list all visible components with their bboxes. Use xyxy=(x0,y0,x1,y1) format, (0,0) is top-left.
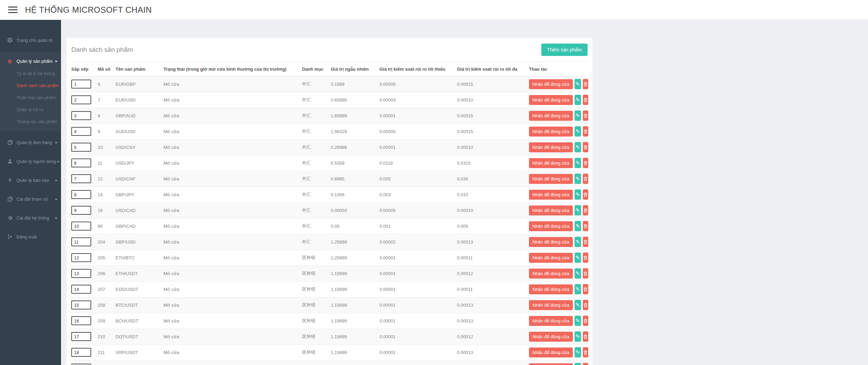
pencil-icon: ✎ xyxy=(576,333,580,340)
close-market-button[interactable]: Nhấn để đóng cửa xyxy=(529,190,573,200)
sidebar-item-parameter-settings[interactable]: Cài đặt tham số ▶ xyxy=(0,192,61,205)
delete-button[interactable] xyxy=(583,142,589,152)
sort-order-input[interactable] xyxy=(71,158,91,167)
sidebar-item-system-settings[interactable]: Cài đặt hệ thống ▶ xyxy=(0,211,61,224)
edit-button[interactable]: ✎ xyxy=(575,158,581,168)
delete-button[interactable] xyxy=(583,316,589,326)
delete-button[interactable] xyxy=(583,189,589,200)
sort-order-input[interactable] xyxy=(71,95,91,104)
page-title: Danh sách sản phẩm xyxy=(71,46,133,54)
close-market-button[interactable]: Nhấn để đóng cửa xyxy=(529,316,573,326)
delete-button[interactable] xyxy=(583,79,589,89)
close-market-button[interactable]: Nhấn để đóng cửa xyxy=(529,95,573,105)
product-name: GBP/JPY xyxy=(115,187,163,202)
close-market-button[interactable]: Nhấn để đóng cửa xyxy=(529,205,573,215)
trash-icon xyxy=(583,192,588,197)
sidebar-item-product-list[interactable]: Danh sách sản phẩm xyxy=(0,80,61,92)
sort-order-input[interactable] xyxy=(71,206,91,215)
delete-button[interactable] xyxy=(583,284,589,294)
close-market-button[interactable]: Nhấn để đóng cửa xyxy=(529,253,573,263)
sort-order-input[interactable] xyxy=(71,111,91,120)
edit-button[interactable]: ✎ xyxy=(575,95,581,105)
sidebar-item-report-management[interactable]: ¥ Quản lý báo cáo ▶ xyxy=(0,174,61,187)
edit-button[interactable]: ✎ xyxy=(575,284,581,294)
delete-button[interactable] xyxy=(583,174,589,184)
close-market-button[interactable]: Nhấn để đóng cửa xyxy=(529,158,573,168)
sort-order-input[interactable] xyxy=(71,174,91,183)
edit-button[interactable]: ✎ xyxy=(575,126,581,137)
sort-order-input[interactable] xyxy=(71,316,91,325)
edit-button[interactable]: ✎ xyxy=(575,347,581,357)
edit-button[interactable]: ✎ xyxy=(575,331,581,342)
edit-button[interactable]: ✎ xyxy=(575,142,581,152)
edit-button[interactable]: ✎ xyxy=(575,174,581,184)
sort-order-input[interactable] xyxy=(71,364,91,365)
sidebar-item-product-category[interactable]: Phân loại sản phẩm xyxy=(0,92,61,104)
edit-button[interactable]: ✎ xyxy=(575,79,581,89)
edit-button[interactable]: ✎ xyxy=(575,221,581,231)
edit-button[interactable]: ✎ xyxy=(575,189,581,200)
sort-order-input[interactable] xyxy=(71,143,91,152)
edit-button[interactable]: ✎ xyxy=(575,316,581,326)
close-market-button[interactable]: Nhấn để đóng cửa xyxy=(529,142,573,152)
close-market-button[interactable]: Nhấn để đóng cửa xyxy=(529,363,573,365)
close-market-button[interactable]: Nhấn để đóng cửa xyxy=(529,269,573,279)
sidebar-item-profit-loss-rate[interactable]: Tỷ lệ lãi lỗ hệ thống xyxy=(0,68,61,80)
sort-order-input[interactable] xyxy=(71,127,91,136)
hamburger-menu-icon[interactable] xyxy=(8,5,17,15)
row-actions: Nhấn để đóng cửa ✎ xyxy=(529,142,588,152)
close-market-button[interactable]: Nhấn để đóng cửa xyxy=(529,348,573,357)
edit-button[interactable]: ✎ xyxy=(575,110,581,121)
sort-order-input[interactable] xyxy=(71,301,91,309)
delete-button[interactable] xyxy=(583,347,589,357)
sort-order-input[interactable] xyxy=(71,222,91,231)
sort-order-input[interactable] xyxy=(71,269,91,278)
delete-button[interactable] xyxy=(583,158,589,168)
delete-button[interactable] xyxy=(583,221,589,231)
delete-button[interactable] xyxy=(583,268,589,279)
delete-button[interactable] xyxy=(583,331,589,342)
edit-button[interactable]: ✎ xyxy=(575,363,581,365)
add-product-button[interactable]: Thêm sản phẩm xyxy=(541,44,588,56)
row-actions: Nhấn để đóng cửa ✎ xyxy=(529,237,588,247)
sidebar-item-order-management[interactable]: Quản lý đơn hàng ▶ xyxy=(0,136,61,149)
close-market-button[interactable]: Nhấn để đóng cửa xyxy=(529,127,573,137)
delete-button[interactable] xyxy=(583,205,589,215)
edit-button[interactable]: ✎ xyxy=(575,252,581,263)
close-market-button[interactable]: Nhấn để đóng cửa xyxy=(529,221,573,231)
close-market-button[interactable]: Nhấn để đóng cửa xyxy=(529,332,573,342)
sort-order-input[interactable] xyxy=(71,190,91,199)
sort-order-input[interactable] xyxy=(71,285,91,294)
delete-button[interactable] xyxy=(583,110,589,121)
close-market-button[interactable]: Nhấn để đóng cửa xyxy=(529,111,573,121)
edit-button[interactable]: ✎ xyxy=(575,205,581,215)
close-market-button[interactable]: Nhấn để đóng cửa xyxy=(529,300,573,310)
sidebar-item-risk-management[interactable]: Quản lý rủi ro xyxy=(0,104,61,116)
close-market-button[interactable]: Nhấn để đóng cửa xyxy=(529,79,573,89)
sidebar-item-product-management[interactable]: B Quản lý sản phẩm ▶ xyxy=(0,55,61,68)
edit-button[interactable]: ✎ xyxy=(575,300,581,310)
delete-button[interactable] xyxy=(583,95,589,105)
sidebar-item-dashboard[interactable]: Trang chủ quản trị xyxy=(0,34,61,47)
sort-order-input[interactable] xyxy=(71,80,91,89)
delete-button[interactable] xyxy=(583,363,589,365)
sidebar-item-user-management[interactable]: Quản lý người dùng ▶ xyxy=(0,155,61,168)
close-market-button[interactable]: Nhấn để đóng cửa xyxy=(529,174,573,184)
delete-button[interactable] xyxy=(583,237,589,247)
edit-button[interactable]: ✎ xyxy=(575,237,581,247)
edit-button[interactable]: ✎ xyxy=(575,268,581,279)
sort-order-input[interactable] xyxy=(71,253,91,262)
delete-button[interactable] xyxy=(583,126,589,137)
row-actions: Nhấn để đóng cửa ✎ xyxy=(529,79,588,89)
sort-order-input[interactable] xyxy=(71,237,91,246)
delete-button[interactable] xyxy=(583,300,589,310)
sort-order-input[interactable] xyxy=(71,332,91,341)
product-status: Mở cửa xyxy=(163,76,301,92)
sort-order-input[interactable] xyxy=(71,348,91,357)
sidebar-item-product-trash[interactable]: Thùng rác sản phẩm xyxy=(0,116,61,128)
close-market-button[interactable]: Nhấn để đóng cửa xyxy=(529,237,573,247)
delete-button[interactable] xyxy=(583,252,589,263)
sidebar-item-logout[interactable]: Đăng xuất xyxy=(0,230,61,243)
close-market-button[interactable]: Nhấn để đóng cửa xyxy=(529,284,573,294)
risk-min-value: 0.00001 xyxy=(379,297,456,313)
